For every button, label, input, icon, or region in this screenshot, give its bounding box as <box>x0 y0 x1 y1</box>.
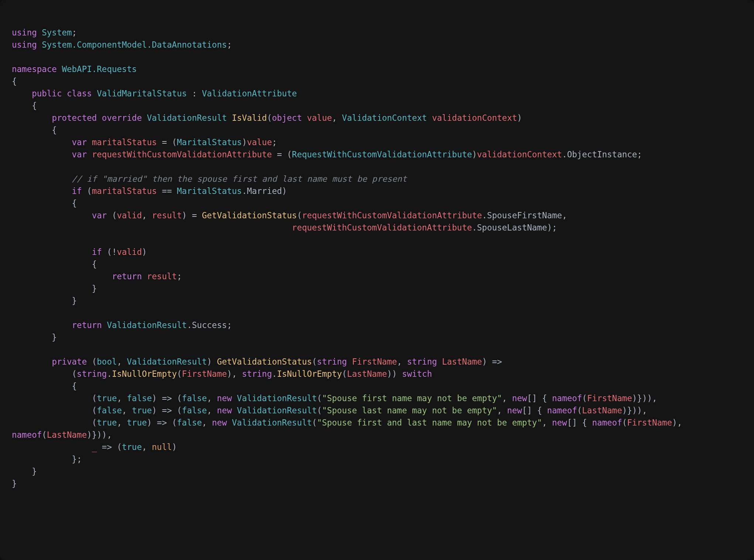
code-line: } <box>12 332 57 342</box>
code-line: } <box>12 284 97 293</box>
code-line: (true, true) => (false, new ValidationRe… <box>12 418 687 427</box>
code-line: { <box>12 101 37 110</box>
code-line: { <box>12 76 17 86</box>
code-line: } <box>12 479 17 488</box>
code-line: return ValidationResult.Success; <box>12 320 232 330</box>
code-line: using System.ComponentModel.DataAnnotati… <box>12 40 232 49</box>
code-line: public class ValidMaritalStatus : Valida… <box>12 89 297 98</box>
code-line: (true, false) => (false, new ValidationR… <box>12 393 657 403</box>
code-line: return result; <box>12 272 182 281</box>
code-line: _ => (true, null) <box>12 442 177 452</box>
code-line: var requestWithCustomValidationAttribute… <box>12 150 642 159</box>
code-line: (string.IsNullOrEmpty(FirstName), string… <box>12 369 432 379</box>
code-line: nameof(LastName)})), <box>12 430 112 440</box>
code-line: { <box>12 259 97 269</box>
code-editor[interactable]: using System; using System.ComponentMode… <box>0 0 754 560</box>
code-line: (false, true) => (false, new ValidationR… <box>12 406 647 415</box>
code-line: { <box>12 381 77 391</box>
code-line: requestWithCustomValidationAttribute.Spo… <box>12 223 557 232</box>
code-line: } <box>12 467 37 476</box>
code-line: if (!valid) <box>12 247 147 257</box>
code-line: namespace WebAPI.Requests <box>12 64 137 74</box>
code-line: protected override ValidationResult IsVa… <box>12 113 522 123</box>
code-line: var (valid, result) = GetValidationStatu… <box>12 211 567 220</box>
code-line: using System; <box>12 28 77 37</box>
code-line: // if "married" then the spouse first an… <box>12 174 407 184</box>
code-line: } <box>12 296 77 305</box>
code-line: var maritalStatus = (MaritalStatus)value… <box>12 137 277 147</box>
code-line: if (maritalStatus == MaritalStatus.Marri… <box>12 186 287 196</box>
code-line: { <box>12 198 77 208</box>
code-line: private (bool, ValidationResult) GetVali… <box>12 357 502 366</box>
code-line: }; <box>12 454 82 464</box>
code-line: { <box>12 125 57 135</box>
